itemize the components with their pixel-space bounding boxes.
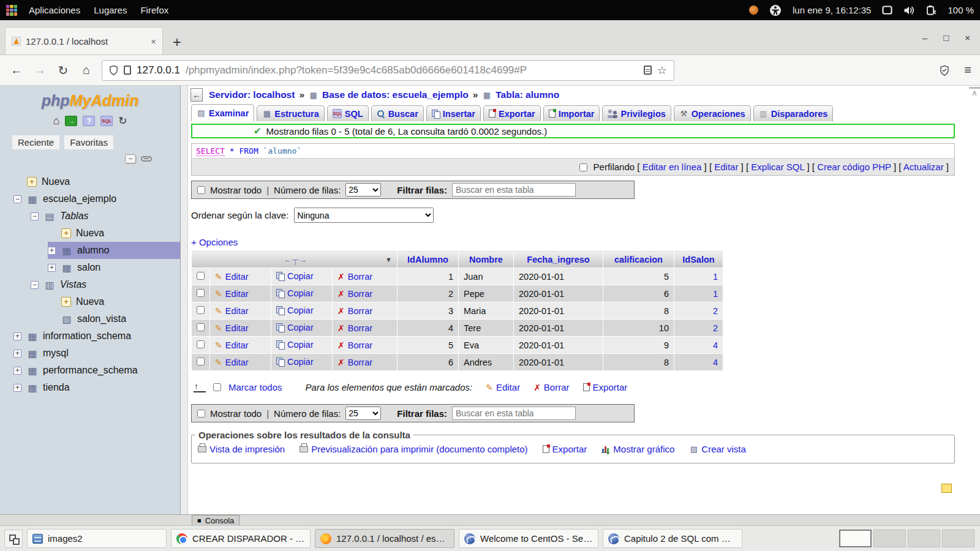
battery-icon[interactable] (926, 5, 937, 15)
delete-link[interactable]: ✗Borrar (337, 272, 372, 282)
expand-icon[interactable]: + (13, 350, 21, 358)
pma-home-icon[interactable]: ⌂ (53, 114, 59, 127)
cell-idsalon-link[interactable]: 4 (713, 358, 718, 367)
edit-link[interactable]: ✎Editar (215, 272, 249, 282)
browser-tab[interactable]: 127.0.0.1 / localhost × (5, 27, 163, 54)
cell-idsalon-link[interactable]: 2 (713, 323, 718, 333)
tree-item-alumno[interactable]: +▦alumno (0, 242, 180, 259)
breadcrumb-table[interactable]: Tabla: alumno (496, 89, 559, 100)
expand-icon[interactable]: + (13, 332, 21, 340)
workspace-3[interactable] (908, 530, 940, 547)
tab-privilegios[interactable]: Privilegios (602, 105, 671, 121)
row-checkbox[interactable] (197, 340, 205, 348)
show-all-checkbox[interactable] (197, 410, 205, 418)
link-databases-icon[interactable] (141, 156, 152, 162)
delete-link[interactable]: ✗Borrar (337, 323, 372, 333)
edit-link[interactable]: ✎Editar (215, 289, 249, 299)
header-fecha-ingreso[interactable]: Fecha_ingreso (514, 251, 603, 268)
copy-link[interactable]: Copiar (276, 271, 314, 281)
create-view-link[interactable]: ▧Crear vista (689, 444, 746, 454)
create-php-link[interactable]: Crear código PHP (817, 162, 891, 172)
options-toggle[interactable]: + Opciones (191, 237, 238, 247)
tree-item-vistas[interactable]: −▥Vistas (0, 276, 180, 293)
pma-sql-window-icon[interactable]: SQL (100, 116, 113, 126)
row-checkbox[interactable] (197, 272, 205, 280)
protection-shield-icon[interactable] (940, 65, 949, 76)
explain-sql-link[interactable]: Explicar SQL (751, 162, 804, 172)
tree-item-tablas[interactable]: −▤Tablas (0, 208, 180, 225)
print-view-link[interactable]: Vista de impresión (198, 444, 285, 454)
check-all-checkbox[interactable] (213, 383, 221, 391)
tab-operaciones[interactable]: ⚒Operaciones (674, 105, 751, 121)
header-idalumno[interactable]: IdAlumno (398, 251, 459, 268)
taskbar-window-firefox[interactable]: 127.0.0.1 / localhost / escu... (315, 529, 454, 548)
tree-item-new-database[interactable]: +Nueva (0, 173, 180, 190)
tab-buscar[interactable]: Buscar (371, 105, 424, 121)
cell-idsalon-link[interactable]: 1 (713, 272, 718, 282)
tab-insertar[interactable]: Insertar (426, 105, 481, 121)
display-icon[interactable] (882, 6, 892, 15)
taskbar-window-chrome[interactable]: CREAR DISPARADOR - Bas... (171, 529, 311, 548)
rows-select[interactable]: 25 (345, 407, 381, 420)
expand-icon[interactable]: + (13, 384, 21, 392)
column-marker-icon[interactable]: ←┬→ (283, 255, 307, 264)
taskbar-window-centos[interactable]: Welcome to CentOS - Sea... (459, 529, 598, 548)
profiling-checkbox[interactable] (579, 163, 587, 171)
clock[interactable]: lun ene 9, 16:12:35 (793, 5, 871, 15)
tree-item-information-schema[interactable]: +▦information_schema (0, 328, 180, 345)
check-all-link[interactable]: Marcar todos (228, 382, 282, 392)
workspace-4[interactable] (942, 530, 974, 547)
tree-item-escuela-ejemplo[interactable]: −▦escuela_ejemplo (0, 190, 180, 208)
console-tab[interactable]: ■ Consola (192, 515, 239, 525)
tab-reciente[interactable]: Reciente (12, 135, 59, 149)
sql-query[interactable]: SELECT * FROM `alumno` (192, 144, 954, 158)
scroll-top-icon[interactable]: ∧ (969, 87, 980, 97)
notification-icon[interactable] (749, 6, 758, 15)
header-nombre[interactable]: Nombre (459, 251, 514, 268)
print-preview-link[interactable]: Previsualización para imprimir (document… (300, 444, 527, 454)
tree-item-new-view[interactable]: +Nueva (0, 293, 180, 310)
shield-icon[interactable] (109, 65, 118, 75)
copy-link[interactable]: Copiar (276, 323, 314, 332)
new-window-icon[interactable] (941, 484, 952, 493)
collapse-icon[interactable]: − (31, 212, 39, 220)
actions-header[interactable]: ←┬→▼ (192, 251, 398, 268)
volume-icon[interactable] (903, 6, 915, 15)
pma-refresh-icon[interactable]: ↻ (118, 114, 127, 127)
workspace-1[interactable] (839, 530, 872, 547)
tab-exportar[interactable]: Exportar (483, 105, 541, 121)
show-desktop-icon[interactable] (4, 530, 23, 548)
edit-link[interactable]: ✎Editar (215, 340, 249, 350)
collapse-icon[interactable]: − (31, 281, 39, 289)
edit-link[interactable]: Editar (714, 162, 738, 172)
menu-hamburger-icon[interactable]: ≡ (964, 63, 971, 77)
cell-idsalon-link[interactable]: 4 (713, 340, 718, 350)
expand-icon[interactable]: + (13, 367, 21, 375)
edit-link[interactable]: ✎Editar (215, 306, 249, 316)
tab-estructura[interactable]: ▦Estructura (257, 105, 325, 121)
tab-favoritas[interactable]: Favoritas (64, 135, 113, 149)
delete-link[interactable]: ✗Borrar (337, 306, 372, 316)
breadcrumb-server[interactable]: Servidor: localhost (209, 89, 295, 100)
expand-icon[interactable]: + (48, 247, 56, 255)
delete-link[interactable]: ✗Borrar (337, 340, 372, 350)
rows-select[interactable]: 25 (345, 183, 381, 197)
sort-dropdown-icon[interactable]: ▼ (385, 256, 392, 263)
menu-firefox[interactable]: Firefox (134, 5, 175, 15)
row-checkbox[interactable] (197, 289, 205, 297)
tab-disparadores[interactable]: ▥Disparadores (753, 105, 834, 121)
copy-link[interactable]: Copiar (276, 340, 314, 350)
taskbar-window-images2[interactable]: images2 (27, 529, 167, 548)
refresh-link[interactable]: Actualizar (903, 162, 944, 172)
reader-mode-icon[interactable] (644, 66, 652, 75)
tab-close-icon[interactable]: × (151, 36, 156, 47)
tree-item-performance-schema[interactable]: +▦performance_schema (0, 362, 180, 379)
pma-help-icon[interactable]: ? (83, 116, 95, 126)
edit-link[interactable]: ✎Editar (215, 323, 249, 333)
show-chart-link[interactable]: Mostrar gráfico (601, 444, 674, 454)
page-info-icon[interactable] (124, 66, 131, 75)
pma-logout-icon[interactable]: → (65, 116, 77, 126)
window-maximize-button[interactable]: □ (943, 34, 949, 42)
edit-link[interactable]: ✎Editar (215, 358, 249, 367)
row-checkbox[interactable] (197, 323, 205, 331)
